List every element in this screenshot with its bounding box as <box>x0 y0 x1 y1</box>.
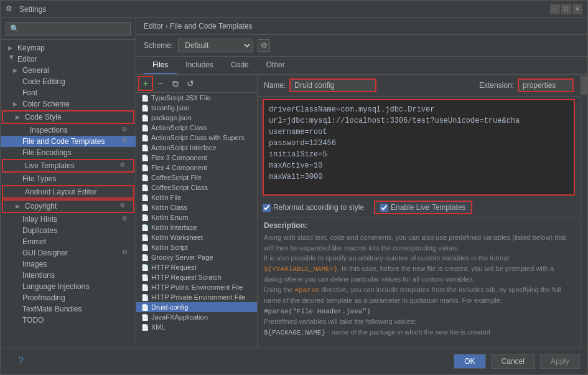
close-button[interactable]: × <box>572 4 582 14</box>
sidebar-item-label: Code Editing <box>22 77 131 86</box>
tab-code[interactable]: Code <box>222 57 258 74</box>
sidebar-item-textmate-bundles[interactable]: TextMate Bundles <box>1 303 136 315</box>
file-item-actionscript-interface[interactable]: 📄ActionScript Interface <box>136 143 257 153</box>
spacer-icon <box>13 138 21 145</box>
sidebar-item-inlay-hints[interactable]: Inlay Hints ⚙ <box>1 214 136 225</box>
template-name-input[interactable] <box>289 78 376 92</box>
file-item-flex4[interactable]: 📄Flex 4 Component <box>136 163 257 173</box>
add-template-button[interactable]: + <box>139 77 152 90</box>
sidebar-item-file-encodings[interactable]: File Encodings <box>1 147 136 158</box>
app-icon: ⚙ <box>6 4 16 14</box>
file-item-kotlin-worksheet[interactable]: 📄Kotlin Worksheet <box>136 232 257 242</box>
code-editor[interactable]: driverClassName=com.mysql.jdbc.Driver ur… <box>263 99 575 196</box>
file-item-coffeescript-class[interactable]: 📄CoffeeScript Class <box>136 183 257 192</box>
file-item-http-public-env[interactable]: 📄HTTP Public Environment File <box>136 282 257 292</box>
sidebar-item-editor[interactable]: ▶ Editor <box>1 54 136 65</box>
file-item-flex3[interactable]: 📄Flex 3 Component <box>136 153 257 163</box>
sidebar-item-proofreading[interactable]: Proofreading <box>1 292 136 303</box>
sidebar-item-label: File Types <box>22 174 131 183</box>
file-item-package-json[interactable]: 📄package.json <box>136 113 257 123</box>
sidebar-item-emmet[interactable]: Emmet <box>1 236 136 247</box>
file-item-kotlin-class[interactable]: 📄Kotlin Class <box>136 202 257 212</box>
description-panel: Description: Along with static text, cod… <box>258 217 580 348</box>
right-scrollbar[interactable] <box>580 75 587 348</box>
sidebar-item-duplicates[interactable]: Duplicates <box>1 225 136 236</box>
apply-button[interactable]: Apply <box>540 354 580 369</box>
sidebar-item-gui-designer[interactable]: GUI Designer ⚙ <box>1 247 136 259</box>
sidebar-item-label: Font <box>22 88 131 97</box>
sidebar-item-language-injections[interactable]: Language Injections <box>1 281 136 292</box>
window-controls: − □ × <box>550 4 582 14</box>
file-item-kotlin-enum[interactable]: 📄Kotlin Enum <box>136 212 257 222</box>
sidebar-item-font[interactable]: Font <box>1 87 136 98</box>
gear-icon: ⚙ <box>119 202 128 211</box>
minimize-button[interactable]: − <box>550 4 560 14</box>
reformat-checkbox[interactable] <box>263 204 271 212</box>
spacer-icon <box>13 317 21 323</box>
sidebar-item-code-style[interactable]: ▶ Code Style <box>2 110 134 124</box>
name-label: Name: <box>264 81 286 90</box>
help-button[interactable]: ? <box>8 353 34 369</box>
reset-template-button[interactable]: ↺ <box>184 77 197 90</box>
file-icon: 📄 <box>141 135 149 141</box>
spacer-icon <box>13 261 21 267</box>
maximize-button[interactable]: □ <box>561 4 571 14</box>
scheme-dropdown[interactable]: Default Project <box>178 39 253 52</box>
file-icon: 📄 <box>141 294 149 301</box>
file-icon: 📄 <box>141 125 149 131</box>
scheme-gear-button[interactable]: ⚙ <box>258 39 270 52</box>
file-item-kotlin-file[interactable]: 📄Kotlin File <box>136 192 257 202</box>
file-item-groovy-server-page[interactable]: 📄Groovy Server Page <box>136 252 257 262</box>
live-templates-checkbox[interactable] <box>380 204 388 212</box>
name-row: Name: Extension: <box>258 75 580 97</box>
file-item-actionscript-class-supers[interactable]: 📄ActionScript Class with Supers <box>136 133 257 143</box>
file-item-kotlin-script[interactable]: 📄Kotlin Script <box>136 242 257 252</box>
sidebar-item-images[interactable]: Images <box>1 259 136 270</box>
sidebar-item-file-types[interactable]: File Types <box>1 173 136 184</box>
file-item-druid-config[interactable]: 📄Druid-config <box>136 302 257 312</box>
file-item-typescript-jsx[interactable]: 📄TypeScript JSX File <box>136 93 257 103</box>
arrow-icon: ▶ <box>9 55 15 63</box>
sidebar-item-code-editing[interactable]: Code Editing <box>1 76 136 87</box>
remove-template-button[interactable]: − <box>154 77 167 90</box>
sidebar-item-label: General <box>22 66 131 75</box>
ok-button[interactable]: OK <box>454 354 485 369</box>
sidebar-item-general[interactable]: ▶ General <box>1 65 136 76</box>
sidebar-item-color-scheme[interactable]: ▶ Color Scheme <box>1 98 136 110</box>
copy-template-button[interactable]: ⧉ <box>169 77 182 90</box>
file-item-http-request[interactable]: 📄HTTP Request <box>136 262 257 272</box>
code-line: initialSize=5 <box>269 149 569 160</box>
sidebar-item-inspections[interactable]: Inspections ⚙ <box>1 125 136 136</box>
file-item-http-request-scratch[interactable]: 📄HTTP Request Scratch <box>136 272 257 282</box>
file-item-actionscript-class[interactable]: 📄ActionScript Class <box>136 123 257 133</box>
tab-other[interactable]: Other <box>258 57 294 74</box>
arrow-icon: ▶ <box>13 67 21 74</box>
sidebar-item-live-templates[interactable]: Live Templates ⚙ <box>2 159 134 173</box>
extension-label: Extension: <box>479 81 514 90</box>
file-list: + − ⧉ ↺ 📄TypeScript JSX File 📄tsconfig.j… <box>136 75 258 348</box>
cancel-button[interactable]: Cancel <box>491 354 535 369</box>
file-item-tsconfig[interactable]: 📄tsconfig.json <box>136 103 257 113</box>
file-item-http-private-env[interactable]: 📄HTTP Private Environment File <box>136 292 257 302</box>
spacer-icon <box>13 227 21 234</box>
file-item-coffeescript-file[interactable]: 📄CoffeeScript File <box>136 173 257 183</box>
file-icon: 📄 <box>141 274 149 281</box>
template-extension-input[interactable] <box>518 78 574 92</box>
sidebar-item-android-layout-editor[interactable]: Android Layout Editor <box>2 185 134 199</box>
reformat-checkbox-label[interactable]: Reformat according to style <box>263 203 364 212</box>
sidebar-item-todo[interactable]: TODO <box>1 315 136 326</box>
code-line: maxWait=3000 <box>269 171 569 183</box>
search-input[interactable] <box>6 22 131 36</box>
tab-includes[interactable]: Includes <box>177 57 222 74</box>
sidebar-item-copyright[interactable]: ▶ Copyright ⚙ <box>2 199 134 213</box>
tab-files[interactable]: Files <box>144 57 177 74</box>
sidebar-item-file-and-code-templates[interactable]: File and Code Templates ⚙ <box>1 136 136 147</box>
file-icon: 📄 <box>141 234 149 241</box>
file-item-javafx[interactable]: 📄JavaFXApplication <box>136 312 257 322</box>
file-item-xml[interactable]: 📄XML <box>136 322 257 332</box>
spacer-icon <box>21 127 28 133</box>
file-item-kotlin-interface[interactable]: 📄Kotlin Interface <box>136 222 257 232</box>
sidebar-item-keymap[interactable]: ▶ Keymap <box>1 42 136 54</box>
live-templates-checkbox-label[interactable]: Enable Live Templates <box>374 201 472 214</box>
sidebar-item-intentions[interactable]: Intentions <box>1 270 136 281</box>
